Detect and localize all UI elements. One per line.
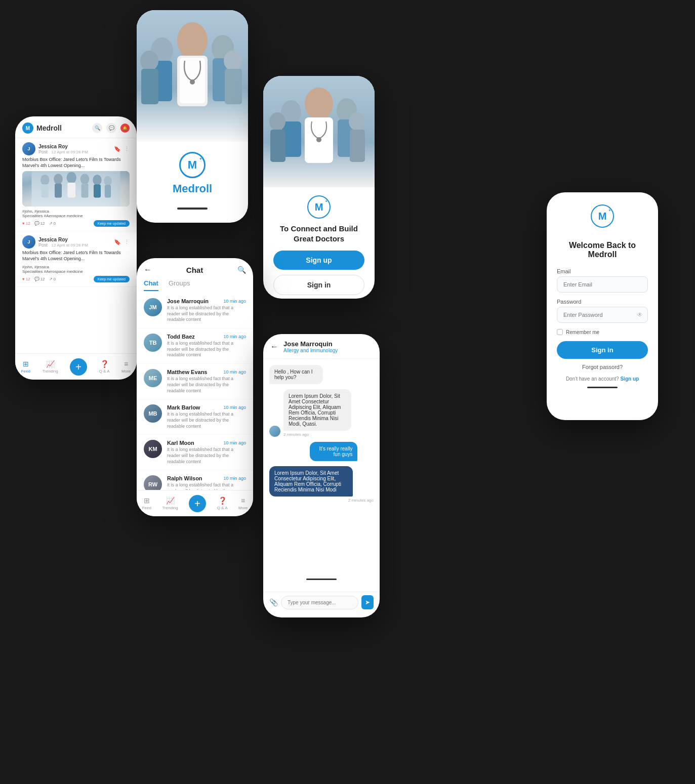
splash-home-indicator — [177, 208, 208, 210]
chat-title: Chat — [186, 266, 203, 274]
chat-name-2: Todd Baez — [167, 334, 195, 340]
svg-point-3 — [54, 174, 63, 185]
chat-name-3: Matthew Evans — [167, 369, 207, 375]
chat-name-row-2: Todd Baez 10 min ago — [167, 334, 246, 340]
svg-rect-36 — [270, 130, 285, 162]
like-action[interactable]: ♥ 12 — [22, 221, 30, 226]
chat-avatar-3: ME — [144, 369, 162, 387]
search-icon[interactable]: 🔍 — [92, 123, 102, 133]
no-account-text: Don't have an account? — [566, 376, 619, 382]
feed-app-name: Medroll — [36, 124, 62, 132]
login-home-indicator — [587, 387, 618, 388]
chat-info-2: Todd Baez 10 min ago It is a long establ… — [167, 334, 246, 358]
post-actions-2: ♥ 12 💬 12 ↗ 0 Keep me updated — [22, 276, 130, 282]
more-icon-2[interactable]: ⋮ — [124, 239, 130, 245]
like-action-2[interactable]: ♥ 12 — [22, 277, 30, 281]
post-type: Post 12 April at 09:28 PM — [38, 149, 88, 154]
chat-item-1[interactable]: JM Jose Marroquin 10 min ago It is a lon… — [137, 293, 253, 328]
post-username-2: Jessica Roy — [38, 237, 88, 242]
notification-icon[interactable]: 🔔 — [120, 123, 130, 133]
chat-icon[interactable]: 💬 — [106, 123, 116, 133]
svg-rect-10 — [94, 185, 101, 198]
nav-feed-label: Feed — [21, 369, 30, 374]
password-label: Password — [557, 299, 648, 305]
nav-create-chat[interactable]: + — [189, 495, 206, 512]
password-input[interactable] — [557, 307, 648, 323]
nav-qa[interactable]: ❓ Q & A — [99, 360, 110, 374]
nav-qa-chat[interactable]: ❓ Q & A — [217, 497, 228, 510]
bookmark-icon-2[interactable]: 🔖 — [114, 239, 121, 245]
svg-rect-24 — [141, 69, 158, 104]
feed-header: M Medroll 🔍 💬 🔔 — [15, 116, 137, 138]
attach-icon[interactable]: 📎 — [269, 598, 278, 606]
welcome-logo-m: M — [315, 201, 323, 213]
chat-name-row-3: Matthew Evans 10 min ago — [167, 369, 246, 375]
login-button[interactable]: Sign in — [557, 341, 648, 359]
keep-updated-button[interactable]: Keep me updated — [94, 220, 130, 227]
email-label: Email — [557, 268, 648, 274]
convo-back-icon[interactable]: ← — [270, 342, 278, 351]
nav-feed-chat[interactable]: ⊞ Feed — [142, 497, 151, 510]
nav-more-chat[interactable]: ≡ More — [238, 497, 248, 510]
bookmark-icon[interactable]: 🔖 — [114, 146, 121, 152]
keep-updated-button-2[interactable]: Keep me updated — [94, 276, 130, 282]
back-icon[interactable]: ← — [144, 265, 152, 274]
msg-avatar-row: Lorem Ipsum Dolor, Sit Amet Consectetur … — [269, 389, 374, 437]
phone-feed: M Medroll 🔍 💬 🔔 J Jessica Roy Post 12 Ap… — [15, 116, 137, 380]
chat-tabs: Chat Groups — [137, 274, 253, 291]
chat-time-2: 10 min ago — [223, 334, 246, 339]
chat-item-4[interactable]: MB Mark Barlow 10 min ago It is a long e… — [137, 399, 253, 435]
convo-messages: Hello , How can I help you? Lorem Ipsum … — [263, 359, 380, 576]
more-icon[interactable]: ⋮ — [124, 146, 130, 152]
splash-image — [137, 10, 248, 142]
share-action-2[interactable]: ↗ 0 — [49, 277, 56, 281]
remember-checkbox[interactable] — [557, 329, 563, 335]
post-title-2: Morbius Box Office: Jared Leto's Film Is… — [22, 250, 130, 262]
avatar: J — [22, 142, 35, 155]
post-user-info: J Jessica Roy Post 12 April at 09:28 PM — [22, 142, 88, 155]
nav-create-button[interactable]: + — [70, 358, 87, 376]
show-password-icon[interactable]: 👁 — [637, 311, 643, 318]
tab-chat[interactable]: Chat — [144, 279, 158, 291]
chat-preview-3: It is a long established fact that a rea… — [167, 376, 246, 394]
trending-icon-chat: 📈 — [166, 497, 175, 505]
remember-row: Remember me — [557, 329, 648, 335]
remember-label: Remember me — [566, 329, 599, 335]
chat-info-3: Matthew Evans 10 min ago It is a long es… — [167, 369, 246, 394]
signup-link[interactable]: Sign up — [620, 376, 639, 382]
chat-info-4: Mark Barlow 10 min ago It is a long esta… — [167, 404, 246, 429]
chat-name-6: Ralph Wilson — [167, 475, 202, 481]
comment-action[interactable]: 💬 12 — [34, 221, 45, 226]
chat-item-5[interactable]: KM Karl Moon 10 min ago It is a long est… — [137, 435, 253, 470]
feed-logo: M Medroll — [22, 122, 62, 134]
email-input[interactable] — [557, 276, 648, 293]
post-item-2: J Jessica Roy Post 12 April at 09:28 PM … — [15, 231, 137, 286]
send-button[interactable]: ➤ — [361, 595, 374, 609]
convo-home-indicator — [306, 579, 337, 580]
chat-item-3[interactable]: ME Matthew Evans 10 min ago It is a long… — [137, 364, 253, 399]
chat-preview-4: It is a long established fact that a rea… — [167, 411, 246, 429]
signin-button[interactable]: Sign in — [273, 275, 364, 295]
nav-trending-chat[interactable]: 📈 Trending — [162, 497, 178, 510]
comment-action-2[interactable]: 💬 12 — [34, 277, 45, 281]
chat-search-icon[interactable]: 🔍 — [237, 266, 246, 274]
chat-item-2[interactable]: TB Todd Baez 10 min ago It is a long est… — [137, 328, 253, 364]
chat-header: ← Chat 🔍 — [137, 258, 253, 274]
forgot-password-link[interactable]: Forgot passord? — [557, 364, 648, 370]
more-icon-chat: ≡ — [241, 497, 245, 505]
post-user-details-2: Jessica Roy Post 12 April at 09:28 PM — [38, 237, 88, 247]
tab-groups[interactable]: Groups — [169, 279, 190, 291]
nav-more[interactable]: ≡ More — [121, 360, 131, 374]
message-input[interactable] — [281, 596, 358, 609]
avatar-2: J — [22, 235, 35, 249]
post-user-details: Jessica Roy Post 12 April at 09:28 PM — [38, 144, 88, 154]
convo-header: ← Jose Marroquin Allergy and Immunology — [263, 334, 380, 359]
svg-point-37 — [316, 137, 321, 142]
nav-feed[interactable]: ⊞ Feed — [21, 360, 30, 374]
svg-point-11 — [104, 176, 112, 186]
convo-input-area: 📎 ➤ — [263, 592, 380, 612]
signup-button[interactable]: Sign up — [273, 251, 364, 270]
msg-received-2-wrap: Lorem Ipsum Dolor, Sit Amet Consectetur … — [283, 389, 374, 437]
share-action[interactable]: ↗ 0 — [49, 221, 56, 226]
nav-trending[interactable]: 📈 Trending — [42, 360, 58, 374]
